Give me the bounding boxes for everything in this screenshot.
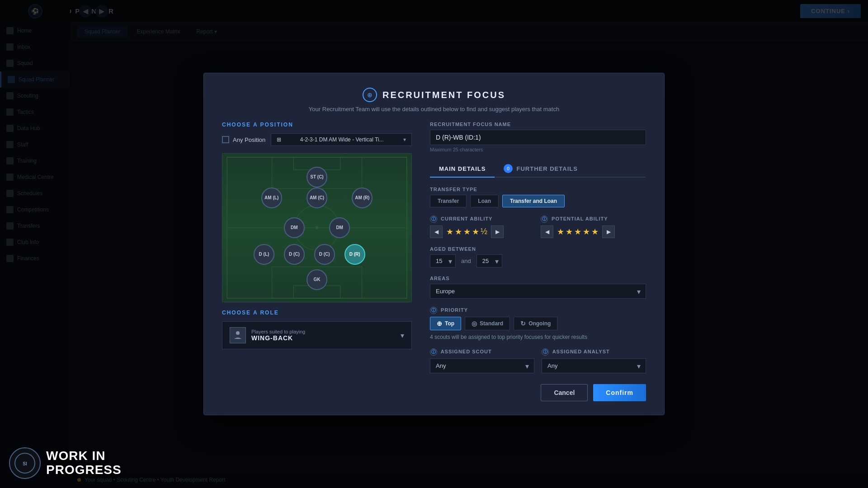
tab-main-details[interactable]: MAIN DETAILS bbox=[430, 160, 495, 178]
age-max-wrapper: 25 26 27 28 bbox=[476, 254, 502, 267]
assigned-scout-col: ⓘ ASSIGNED SCOUT Any bbox=[430, 348, 534, 373]
assigned-scout-select[interactable]: Any bbox=[430, 358, 534, 373]
assigned-analyst-select[interactable]: Any bbox=[542, 358, 646, 373]
modal-subtitle: Your Recruitment Team will use the detai… bbox=[222, 106, 646, 113]
player-silhouette-icon bbox=[233, 331, 242, 340]
current-ability-info-icon[interactable]: ⓘ bbox=[430, 216, 437, 223]
recruitment-focus-modal: ⊕ RECRUITMENT FOCUS Your Recruitment Tea… bbox=[203, 73, 665, 415]
role-selector[interactable]: Players suited to playing WING-BACK ▾ bbox=[222, 321, 412, 349]
pitch-player-6[interactable]: D (L) bbox=[254, 244, 274, 265]
pitch-player-4[interactable]: DM bbox=[284, 217, 305, 238]
modal-title-row: ⊕ RECRUITMENT FOCUS bbox=[222, 88, 646, 102]
name-input[interactable] bbox=[430, 130, 646, 145]
potential-ability-section: ⓘ POTENTIAL ABILITY ◀ ★ ★ ★ ★ ★ bbox=[541, 216, 646, 238]
age-min-wrapper: 15 16 17 18 bbox=[430, 254, 456, 267]
areas-label: AREAS bbox=[430, 276, 646, 281]
pot-star-5: ★ bbox=[591, 227, 599, 237]
assigned-analyst-label: ⓘ ASSIGNED ANALYST bbox=[542, 348, 646, 356]
modal-footer: Cancel Confirm bbox=[430, 384, 646, 401]
transfer-type-buttons: Transfer Loan Transfer and Loan bbox=[430, 195, 646, 207]
potential-ability-info-icon[interactable]: ⓘ bbox=[541, 216, 548, 223]
pitch-player-7[interactable]: D (C) bbox=[284, 244, 305, 265]
tab-further-details[interactable]: 0 FURTHER DETAILS bbox=[495, 160, 586, 177]
si-logo: SI bbox=[9, 447, 41, 479]
modal-header: ⊕ RECRUITMENT FOCUS Your Recruitment Tea… bbox=[222, 88, 646, 113]
name-field-hint: Maximum 25 characters bbox=[430, 147, 646, 152]
age-range-row: 15 16 17 18 and 25 26 27 bbox=[430, 254, 646, 267]
current-ability-stars-display: ★ ★ ★ ★ ½ bbox=[446, 227, 487, 237]
pitch-player-5[interactable]: DM bbox=[329, 217, 350, 238]
priority-label: ⓘ PRIORITY bbox=[430, 307, 646, 314]
transfer-type-section: TRANSFER TYPE Transfer Loan Transfer and… bbox=[430, 187, 646, 207]
watermark-text: WORK IN PROGRESS bbox=[46, 449, 122, 477]
role-info: Players suited to playing WING-BACK bbox=[230, 327, 305, 343]
priority-top-button[interactable]: ⊕ Top bbox=[430, 317, 461, 330]
areas-section: AREAS Europe World Any bbox=[430, 276, 646, 299]
current-ability-prev-arrow[interactable]: ◀ bbox=[430, 225, 443, 238]
star-1: ★ bbox=[446, 227, 453, 237]
current-ability-next-arrow[interactable]: ▶ bbox=[491, 225, 504, 238]
priority-standard-icon: ◎ bbox=[472, 320, 477, 327]
formation-chevron-icon: ▾ bbox=[403, 136, 406, 143]
priority-info-icon[interactable]: ⓘ bbox=[430, 307, 437, 314]
pitch-player-2[interactable]: AM (C) bbox=[307, 188, 327, 208]
age-max-select[interactable]: 25 26 27 28 bbox=[476, 254, 502, 267]
si-logo-svg: SI bbox=[14, 452, 36, 474]
name-field-label: RECRUITMENT FOCUS NAME bbox=[430, 122, 646, 127]
assigned-scout-info-icon[interactable]: ⓘ bbox=[430, 348, 437, 356]
role-dropdown-chevron-icon: ▾ bbox=[401, 331, 404, 340]
potential-ability-prev-arrow[interactable]: ◀ bbox=[541, 225, 553, 238]
star-2: ★ bbox=[455, 227, 462, 237]
name-field-section: RECRUITMENT FOCUS NAME Maximum 25 charac… bbox=[430, 122, 646, 152]
areas-select[interactable]: Europe World Any bbox=[430, 284, 646, 299]
pitch-player-9[interactable]: D (R) bbox=[344, 244, 365, 265]
left-panel: CHOOSE A POSITION Any Position ⊞ 4-2-3-1… bbox=[222, 122, 412, 401]
svg-point-8 bbox=[236, 331, 240, 335]
tab-bar: MAIN DETAILS 0 FURTHER DETAILS bbox=[430, 160, 646, 178]
cancel-button[interactable]: Cancel bbox=[541, 384, 588, 401]
loan-button[interactable]: Loan bbox=[470, 195, 499, 207]
star-3: ★ bbox=[463, 227, 471, 237]
role-icon bbox=[230, 327, 246, 343]
modal-title: RECRUITMENT FOCUS bbox=[382, 90, 505, 100]
ability-row: ⓘ CURRENT ABILITY ◀ ★ ★ ★ ★ ½ bbox=[430, 216, 646, 238]
potential-ability-next-arrow[interactable]: ▶ bbox=[602, 225, 615, 238]
pitch-player-3[interactable]: AM (R) bbox=[352, 188, 373, 208]
confirm-button[interactable]: Confirm bbox=[593, 384, 646, 401]
priority-ongoing-button[interactable]: ↻ Ongoing bbox=[514, 317, 557, 330]
aged-between-section: AGED BETWEEN 15 16 17 18 and bbox=[430, 246, 646, 267]
aged-between-label: AGED BETWEEN bbox=[430, 246, 646, 252]
pitch-player-8[interactable]: D (C) bbox=[314, 244, 335, 265]
age-and-text: and bbox=[461, 258, 471, 264]
any-position-label[interactable]: Any Position bbox=[222, 136, 265, 143]
priority-buttons: ⊕ Top ◎ Standard ↻ Ongoing bbox=[430, 317, 646, 330]
svg-point-3 bbox=[316, 226, 318, 229]
assigned-analyst-col: ⓘ ASSIGNED ANALYST Any bbox=[542, 348, 646, 373]
role-name: WING-BACK bbox=[251, 334, 305, 342]
watermark: SI WORK IN PROGRESS bbox=[9, 447, 122, 479]
potential-ability-stars-control: ◀ ★ ★ ★ ★ ★ ▶ bbox=[541, 225, 646, 238]
role-subtitle: Players suited to playing bbox=[251, 329, 305, 334]
transfer-button[interactable]: Transfer bbox=[430, 195, 467, 207]
pitch-player-1[interactable]: AM (L) bbox=[261, 188, 282, 208]
transfer-type-label: TRANSFER TYPE bbox=[430, 187, 646, 192]
assigned-analyst-info-icon[interactable]: ⓘ bbox=[542, 348, 549, 356]
formation-dropdown[interactable]: ⊞ 4-2-3-1 DM AM Wide - Vertical Ti... ▾ bbox=[271, 133, 412, 146]
potential-ability-label: ⓘ POTENTIAL ABILITY bbox=[541, 216, 646, 223]
pitch-player-0[interactable]: ST (C) bbox=[307, 167, 327, 188]
transfer-and-loan-button[interactable]: Transfer and Loan bbox=[502, 195, 565, 207]
priority-standard-button[interactable]: ◎ Standard bbox=[465, 317, 510, 330]
pot-star-3: ★ bbox=[574, 227, 581, 237]
pitch-player-10[interactable]: GK bbox=[307, 269, 327, 290]
current-ability-stars-control: ◀ ★ ★ ★ ★ ½ ▶ bbox=[430, 225, 535, 238]
choose-role-title: CHOOSE A ROLE bbox=[222, 310, 412, 316]
pot-star-2: ★ bbox=[566, 227, 573, 237]
priority-info-text: 4 scouts will be assigned to top priorit… bbox=[430, 334, 646, 340]
star-5: ½ bbox=[481, 227, 487, 237]
any-position-checkbox[interactable] bbox=[222, 136, 229, 143]
age-min-select[interactable]: 15 16 17 18 bbox=[430, 254, 456, 267]
formation-icon: ⊞ bbox=[277, 136, 281, 143]
modal-overlay: ⊕ RECRUITMENT FOCUS Your Recruitment Tea… bbox=[0, 0, 868, 488]
priority-ongoing-icon: ↻ bbox=[520, 320, 526, 327]
svg-text:SI: SI bbox=[23, 461, 27, 466]
